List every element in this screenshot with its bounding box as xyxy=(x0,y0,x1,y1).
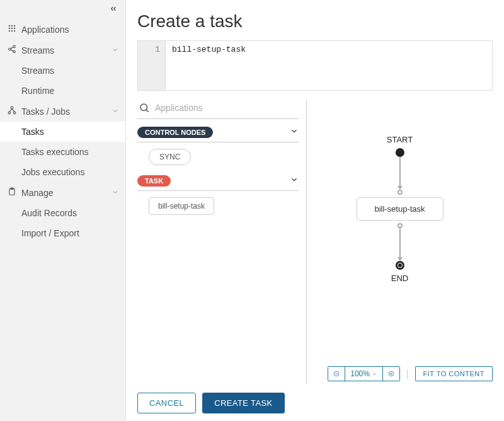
chip-sync[interactable]: SYNC xyxy=(149,149,191,165)
chevron-down-icon xyxy=(372,371,377,377)
flow-edge xyxy=(399,157,400,187)
zoom-level-label: 100% xyxy=(350,369,370,378)
search-input[interactable] xyxy=(155,103,297,113)
cluster-icon xyxy=(6,106,18,117)
section-task: TASK bill-setup-task xyxy=(137,175,299,217)
sidebar-item-tasks-executions[interactable]: Tasks executions xyxy=(0,142,125,162)
chip-bill-setup-task[interactable]: bill-setup-task xyxy=(149,197,214,215)
footer-actions: CANCEL CREATE TASK xyxy=(137,393,493,413)
connector[interactable] xyxy=(397,190,402,195)
chevron-down-icon xyxy=(290,175,299,187)
section-control-nodes: CONTROL NODES SYNC xyxy=(137,127,299,168)
plus-icon xyxy=(388,371,394,377)
sidebar-item-label: Tasks / Jobs xyxy=(21,107,70,117)
editor-code[interactable]: bill-setup-task xyxy=(166,41,492,90)
flow-edge xyxy=(399,228,400,258)
divider: | xyxy=(406,369,409,379)
svg-point-21 xyxy=(140,104,147,111)
flow-end-label: END xyxy=(391,274,408,283)
main-content: Create a task 1 bill-setup-task CONTROL … xyxy=(126,0,504,421)
sidebar-item-label: Applications xyxy=(21,25,69,35)
zoom-group: 100% xyxy=(328,366,400,381)
page-title: Create a task xyxy=(137,11,493,32)
sidebar-item-applications[interactable]: Applications xyxy=(0,19,125,40)
sidebar-item-manage[interactable]: Manage xyxy=(0,182,125,203)
sidebar-item-label: Jobs executions xyxy=(21,167,84,177)
flow-canvas[interactable]: START bill-setup-task END xyxy=(307,100,493,364)
sidebar-item-jobs-executions[interactable]: Jobs executions xyxy=(0,162,125,182)
cancel-button[interactable]: CANCEL xyxy=(137,393,196,413)
fit-to-content-button[interactable]: FIT TO CONTENT xyxy=(415,366,493,381)
canvas-wrap: START bill-setup-task END xyxy=(306,100,493,384)
minus-icon xyxy=(333,371,340,377)
workspace: CONTROL NODES SYNC TASK xyxy=(137,100,493,384)
sidebar-item-label: Runtime xyxy=(21,86,54,96)
svg-point-1 xyxy=(11,25,13,26)
svg-point-0 xyxy=(9,25,10,26)
sidebar-item-label: Audit Records xyxy=(21,208,77,218)
sidebar-item-audit-records[interactable]: Audit Records xyxy=(0,203,125,223)
canvas-controls: 100% | FIT TO CONTENT xyxy=(307,364,493,384)
svg-point-7 xyxy=(11,30,13,32)
sidebar-item-tasks-jobs[interactable]: Tasks / Jobs xyxy=(0,101,125,122)
chevron-down-icon xyxy=(112,188,119,198)
zoom-level-button[interactable]: 100% xyxy=(345,367,383,381)
task-node[interactable]: bill-setup-task xyxy=(356,197,443,221)
collapse-icon[interactable] xyxy=(109,4,118,15)
sidebar-item-label: Tasks xyxy=(21,127,44,137)
create-task-button[interactable]: CREATE TASK xyxy=(202,393,285,413)
sidebar-item-tasks[interactable]: Tasks xyxy=(0,122,125,142)
sidebar-item-label: Streams xyxy=(21,45,54,55)
svg-point-9 xyxy=(13,45,16,48)
zoom-out-button[interactable] xyxy=(328,367,345,381)
palette: CONTROL NODES SYNC TASK xyxy=(137,100,299,384)
section-body: bill-setup-task xyxy=(137,191,299,217)
sidebar-item-streams-sub[interactable]: Streams xyxy=(0,61,125,81)
sidebar-item-runtime[interactable]: Runtime xyxy=(0,81,125,101)
chevron-down-icon xyxy=(112,45,119,55)
section-header-control-nodes[interactable]: CONTROL NODES xyxy=(137,127,299,142)
sidebar-item-label: Tasks executions xyxy=(21,147,89,157)
svg-point-15 xyxy=(8,112,10,114)
svg-point-10 xyxy=(9,48,11,50)
sidebar-item-label: Manage xyxy=(21,188,54,198)
svg-point-3 xyxy=(9,28,10,29)
clipboard-icon xyxy=(6,187,18,198)
svg-line-13 xyxy=(11,50,13,51)
sidebar-header xyxy=(0,0,125,19)
section-body: SYNC xyxy=(137,142,299,168)
sidebar: Applications Streams Streams Runtime Tas… xyxy=(0,0,126,421)
svg-point-11 xyxy=(13,50,16,53)
svg-point-16 xyxy=(13,112,16,114)
zoom-in-button[interactable] xyxy=(383,367,399,381)
flow-diagram: START bill-setup-task END xyxy=(356,135,443,283)
section-header-task[interactable]: TASK xyxy=(137,175,299,191)
sidebar-item-label: Import / Export xyxy=(21,228,79,238)
editor-gutter: 1 xyxy=(138,41,166,90)
svg-point-14 xyxy=(11,107,13,109)
svg-line-12 xyxy=(11,47,13,49)
svg-line-22 xyxy=(146,110,148,112)
svg-point-5 xyxy=(14,28,15,29)
line-number: 1 xyxy=(155,45,160,54)
badge-control-nodes: CONTROL NODES xyxy=(137,127,213,138)
svg-point-8 xyxy=(14,30,15,32)
start-node[interactable] xyxy=(395,148,404,157)
share-icon xyxy=(6,45,18,55)
chevron-down-icon xyxy=(112,107,119,117)
end-node[interactable] xyxy=(395,261,404,270)
chevron-down-icon xyxy=(290,127,299,138)
sidebar-item-label: Streams xyxy=(21,66,54,76)
svg-line-17 xyxy=(9,109,12,112)
connector[interactable] xyxy=(397,223,402,228)
badge-task: TASK xyxy=(137,175,171,187)
svg-point-4 xyxy=(11,28,13,29)
svg-point-2 xyxy=(14,25,15,26)
svg-point-6 xyxy=(9,30,10,32)
search-icon xyxy=(139,102,150,113)
grid-icon xyxy=(6,24,18,35)
sidebar-item-streams[interactable]: Streams xyxy=(0,40,125,61)
sidebar-item-import-export[interactable]: Import / Export xyxy=(0,223,125,243)
code-editor[interactable]: 1 bill-setup-task xyxy=(137,40,493,91)
palette-search xyxy=(137,100,299,119)
